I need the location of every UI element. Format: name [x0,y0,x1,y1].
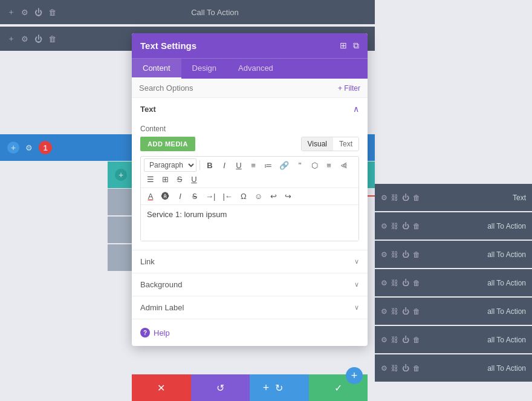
r4-delete-icon[interactable]: 🗑 [413,307,420,316]
power-icon-row2[interactable]: ⏻ [34,34,42,44]
background-chevron: ∨ [354,281,359,289]
blue-plus-icon[interactable]: + [7,142,19,154]
outdent-button[interactable]: |← [219,190,235,203]
font-bg-button[interactable]: 🅐 [158,190,172,203]
plus-icon-row1[interactable]: ＋ [7,7,15,18]
italic-button[interactable]: I [218,159,231,172]
row2-icons: ⚙ ⛓ ⏻ 🗑 [381,250,420,259]
list-ol-button[interactable]: ≔ [261,159,275,172]
link-section-header[interactable]: Link ∨ [132,250,368,273]
help-icon: ? [140,328,150,337]
r1-link-icon[interactable]: ⛓ [391,222,398,230]
blue-settings-icon[interactable]: ⚙ [25,143,33,152]
right-row-2[interactable]: ⚙ ⛓ ⏻ 🗑 all To Action [375,241,532,268]
quote-button[interactable]: " [293,159,307,172]
editor-toolbar: Paragraph B I U ≡ ≔ 🔗 " ⬡ ≡ ⫷ ☰ ⊞ S U [140,156,359,241]
teal-plus-icon[interactable]: + [115,169,127,181]
r2-delete-icon[interactable]: 🗑 [413,250,420,259]
panel-resize-icon[interactable]: ⊞ [340,41,347,51]
r5-settings-icon[interactable]: ⚙ [381,336,388,344]
text-button[interactable]: Text [333,137,358,151]
reset-button[interactable]: ↺ [191,374,250,401]
add-bottom-button[interactable]: + [346,367,363,384]
align-left-button[interactable]: ⬡ [308,159,321,172]
visual-button[interactable]: Visual [302,137,333,151]
r4-link-icon[interactable]: ⛓ [391,307,398,316]
r6-link-icon[interactable]: ⛓ [391,364,398,373]
align-right-button[interactable]: ⫷ [337,159,351,172]
right-row-3[interactable]: ⚙ ⛓ ⏻ 🗑 all To Action [375,269,532,296]
omega-button[interactable]: Ω [237,190,250,203]
r2-link-icon[interactable]: ⛓ [391,250,398,259]
background-section-header[interactable]: Background ∨ [132,273,368,296]
text-link-icon[interactable]: ⛓ [391,194,398,202]
r4-settings-icon[interactable]: ⚙ [381,307,388,316]
text-power-icon[interactable]: ⏻ [402,194,409,202]
link-button[interactable]: 🔗 [276,159,292,172]
r1-delete-icon[interactable]: 🗑 [413,222,420,230]
r1-settings-icon[interactable]: ⚙ [381,222,388,230]
list-ul-button[interactable]: ≡ [247,159,260,172]
right-row-text[interactable]: ⚙ ⛓ ⏻ 🗑 Text [375,184,532,211]
redo-button[interactable]: ↪ [281,190,294,203]
r1-power-icon[interactable]: ⏻ [402,222,409,230]
help-text[interactable]: Help [154,328,170,337]
bold-button[interactable]: B [203,159,216,172]
settings-icon-row2[interactable]: ⚙ [21,34,28,44]
plus-icon-row2[interactable]: ＋ [7,33,15,44]
text-section-header[interactable]: Text ∧ [132,98,368,120]
filter-button[interactable]: + Filter [338,84,360,93]
tab-advanced[interactable]: Advanced [227,59,284,79]
row6-label-right: all To Action [487,364,526,373]
right-panel: ⚙ ⛓ ⏻ 🗑 Text ⚙ ⛓ ⏻ 🗑 all To Action ⚙ ⛓ ⏻… [375,0,532,401]
right-row-4[interactable]: ⚙ ⛓ ⏻ 🗑 all To Action [375,298,532,325]
panel-close-icon[interactable]: ⧉ [353,41,359,51]
r3-delete-icon[interactable]: 🗑 [413,279,420,287]
power-icon-row1[interactable]: ⏻ [34,8,42,17]
align-justify-button[interactable]: ☰ [144,173,157,186]
r2-power-icon[interactable]: ⏻ [402,250,409,259]
r6-power-icon[interactable]: ⏻ [402,364,409,373]
r6-settings-icon[interactable]: ⚙ [381,364,388,373]
search-input[interactable] [139,83,338,93]
strike-button[interactable]: S [173,173,186,186]
r5-power-icon[interactable]: ⏻ [402,336,409,344]
delete-icon-row1[interactable]: 🗑 [48,8,56,17]
r3-settings-icon[interactable]: ⚙ [381,279,388,287]
undo-button[interactable]: ↩ [267,190,280,203]
delete-icon-row2[interactable]: 🗑 [48,34,56,44]
strikethrough-button[interactable]: S̶ [188,190,201,203]
tab-content[interactable]: Content [132,59,181,79]
text-settings-icon[interactable]: ⚙ [381,194,388,202]
add-media-button[interactable]: ADD MEDIA [140,137,195,151]
right-row-1[interactable]: ⚙ ⛓ ⏻ 🗑 all To Action [375,212,532,240]
right-row-6[interactable]: ⚙ ⛓ ⏻ 🗑 all To Action [375,354,532,382]
emoji-button[interactable]: ☺ [251,190,265,203]
r3-link-icon[interactable]: ⛓ [391,279,398,287]
r5-link-icon[interactable]: ⛓ [391,336,398,344]
background-section: Background ∨ [132,273,368,296]
paragraph-select[interactable]: Paragraph [144,158,196,172]
r4-power-icon[interactable]: ⏻ [402,307,409,316]
cancel-button[interactable]: ✕ [132,374,191,401]
content-label: Content [140,125,359,133]
r5-delete-icon[interactable]: 🗑 [413,336,420,344]
italic2-button[interactable]: I [174,190,187,203]
r3-power-icon[interactable]: ⏻ [402,279,409,287]
underline2-button[interactable]: U [187,173,201,186]
editor-content[interactable]: Service 1: lorum ipsum [141,204,358,241]
font-color-button[interactable]: A [144,190,157,203]
tab-design[interactable]: Design [181,59,227,79]
bottom-center-plus[interactable]: + [258,379,274,396]
right-row-5[interactable]: ⚙ ⛓ ⏻ 🗑 all To Action [375,326,532,353]
settings-icon-row1[interactable]: ⚙ [21,8,28,17]
underline-button[interactable]: U [232,159,245,172]
text-delete-icon[interactable]: 🗑 [413,194,420,202]
align-center-button[interactable]: ≡ [322,159,336,172]
table-button[interactable]: ⊞ [158,173,172,186]
r2-settings-icon[interactable]: ⚙ [381,250,388,259]
top-bar-row-1: ＋ ⚙ ⏻ 🗑 Call To Action [0,0,375,24]
admin-label-section-header[interactable]: Admin Label ∨ [132,296,368,319]
indent-button[interactable]: →| [203,190,218,203]
r6-delete-icon[interactable]: 🗑 [413,364,420,373]
